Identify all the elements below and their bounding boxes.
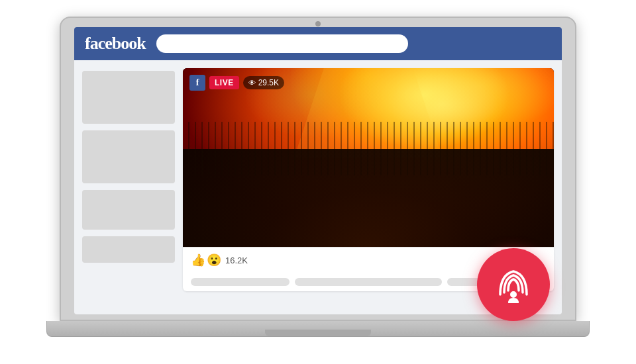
laptop-wrapper: facebook <box>46 17 590 347</box>
fb-f-icon: f <box>189 75 205 91</box>
wow-emoji[interactable]: 😮 <box>207 253 221 267</box>
reaction-count: 16.2K <box>225 255 248 265</box>
live-tag: LIVE <box>209 76 239 89</box>
sidebar-placeholder-1 <box>82 71 175 124</box>
fb-sidebar <box>82 68 175 306</box>
bottom-ph-2 <box>295 278 443 286</box>
viewer-count-value: 29.5K <box>258 78 279 87</box>
sidebar-placeholder-4 <box>82 236 175 263</box>
fb-header: facebook <box>74 27 562 60</box>
like-emoji[interactable]: 👍 <box>191 253 205 267</box>
crowd-hands <box>183 122 554 175</box>
laptop-notch <box>265 330 371 336</box>
laptop-camera <box>315 21 321 26</box>
eye-icon: 👁 <box>248 79 256 87</box>
svg-point-0 <box>510 291 517 298</box>
laptop-base <box>46 321 590 337</box>
live-badge-area: f LIVE 👁 29.5K <box>189 75 284 91</box>
bottom-ph-1 <box>191 278 290 286</box>
broadcast-icon <box>494 265 533 304</box>
viewer-count: 👁 29.5K <box>243 76 284 89</box>
scene: facebook <box>0 0 636 364</box>
fb-search-bar[interactable] <box>156 34 408 53</box>
sidebar-placeholder-3 <box>82 190 175 230</box>
broadcast-button[interactable] <box>477 248 550 321</box>
video-container[interactable]: f LIVE 👁 29.5K <box>183 68 554 247</box>
reaction-emojis: 👍 😮 <box>191 253 221 267</box>
sidebar-placeholder-2 <box>82 130 175 183</box>
facebook-logo: facebook <box>85 34 146 54</box>
